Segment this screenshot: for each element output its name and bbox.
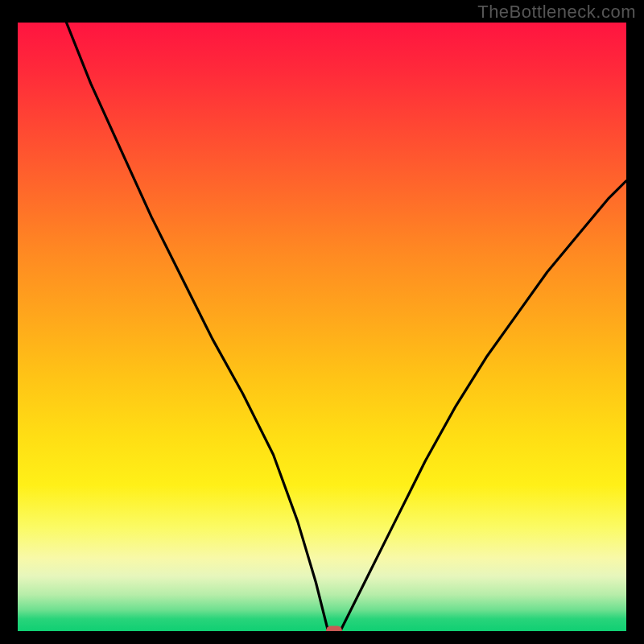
- bottleneck-curve: [67, 23, 627, 631]
- curve-svg: [18, 23, 626, 631]
- chart-frame: TheBottleneck.com: [0, 0, 644, 644]
- watermark-text: TheBottleneck.com: [477, 2, 636, 23]
- plot-area: [18, 23, 626, 631]
- optimal-marker: [326, 626, 342, 632]
